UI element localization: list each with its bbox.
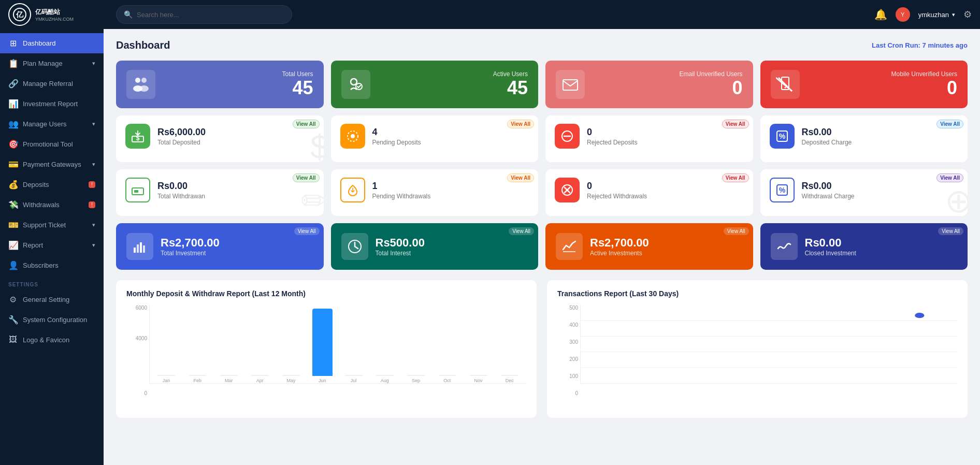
- big-cards-row: View All Rs2,700.00 Total Investment Vie…: [116, 223, 968, 270]
- total-interest-card: View All Rs500.00 Total Interest: [331, 223, 539, 270]
- bar-jun-label: Jun: [319, 378, 326, 383]
- sidebar-item-investment-report[interactable]: 📊 Investment Report: [0, 94, 104, 114]
- pending-deposits-viewall[interactable]: View All: [507, 120, 534, 128]
- mobile-unverified-icon: [771, 70, 800, 99]
- sidebar-label-deposits: Deposits: [23, 181, 49, 188]
- sidebar: ⊞ Dashboard 📋 Plan Manage ▾ 🔗 Manage Ref…: [0, 29, 104, 465]
- rejected-deposits-viewall[interactable]: View All: [722, 120, 749, 128]
- bar-sep-bar: [407, 375, 425, 376]
- deposits-badge: !: [89, 181, 95, 188]
- sidebar-label-plan-manage: Plan Manage: [23, 60, 63, 67]
- pending-deposits-desc: Pending Deposits: [372, 139, 421, 146]
- sidebar-item-withdrawals[interactable]: 💸 Withdrawals !: [0, 195, 104, 215]
- bar-sep: Sep: [401, 307, 430, 383]
- total-interest-icon: [341, 233, 368, 260]
- deposited-charge-viewall[interactable]: View All: [936, 120, 963, 128]
- sidebar-item-dashboard[interactable]: ⊞ Dashboard: [0, 33, 104, 53]
- sidebar-item-subscribers[interactable]: 👤 Subscribers: [0, 255, 104, 275]
- sidebar-item-manage-referral[interactable]: 🔗 Manage Referral: [0, 74, 104, 94]
- bar-sep-label: Sep: [412, 378, 420, 383]
- total-deposited-viewall[interactable]: View All: [293, 120, 320, 128]
- withdrawal-charge-viewall[interactable]: View All: [936, 173, 963, 182]
- deposited-charge-body: % Rs0.00 Deposited Charge: [770, 124, 959, 149]
- pending-withdrawals-viewall[interactable]: View All: [507, 173, 534, 182]
- closed-investment-info: Rs0.00 Closed Investment: [805, 236, 958, 257]
- rejected-withdrawals-amount: 0: [587, 181, 647, 192]
- bar-apr-label: Apr: [256, 378, 264, 383]
- withdrawal-charge-card: View All % Rs0.00 Withdrawal Charge ⊕: [760, 169, 968, 216]
- deposited-charge-amount: Rs0.00: [802, 127, 852, 138]
- y-label-6000: 6000: [126, 305, 147, 311]
- svg-point-2: [135, 78, 140, 83]
- notification-bell[interactable]: 🔔: [874, 8, 887, 21]
- sidebar-item-general-setting[interactable]: ⚙ General Setting: [0, 289, 104, 310]
- active-users-label: Active Users: [379, 70, 528, 78]
- email-unverified-info: Email Unverified Users 0: [593, 70, 743, 98]
- pending-deposits-amount: 4: [372, 127, 421, 138]
- line-chart-card: Transactions Report (Last 30 Days) 500 4…: [547, 280, 968, 418]
- line-y-100: 100: [557, 373, 578, 379]
- subscribers-icon: 👤: [8, 260, 18, 270]
- sidebar-item-logo-favicon[interactable]: 🖼 Logo & Favicon: [0, 330, 104, 350]
- bar-aug-label: Aug: [381, 378, 389, 383]
- dashboard-header: Dashboard Last Cron Run: 7 minutes ago: [116, 39, 968, 51]
- user-menu[interactable]: ymkuzhan ▾: [918, 11, 955, 19]
- withdrawals-icon: 💸: [8, 200, 18, 210]
- referral-icon: 🔗: [8, 79, 18, 89]
- bar-feb: Feb: [183, 307, 212, 383]
- rejected-deposits-amount: 0: [587, 127, 637, 138]
- sidebar-item-support-ticket[interactable]: 🎫 Support Ticket ▾: [0, 215, 104, 235]
- sidebar-label-promotional-tool: Promotional Tool: [23, 140, 73, 148]
- total-investment-viewall[interactable]: View All: [294, 227, 320, 235]
- bg-icon3: ⊕: [945, 182, 968, 216]
- pending-deposits-body: 4 Pending Deposits: [340, 124, 529, 149]
- total-investment-info: Rs2,700.00 Total Investment: [161, 236, 313, 257]
- charts-row: Monthly Deposit & Withdraw Report (Last …: [116, 280, 968, 418]
- sidebar-item-manage-users[interactable]: 👥 Manage Users ▾: [0, 114, 104, 134]
- total-deposited-body: $ Rs6,000.00 Total Deposited: [125, 124, 314, 149]
- pending-withdrawals-desc: Pending Withdrawals: [372, 193, 431, 200]
- closed-investment-amount: Rs0.00: [805, 236, 958, 250]
- svg-point-12: [784, 87, 786, 89]
- svg-rect-31: [143, 245, 145, 253]
- line-chart-title: Transactions Report (Last 30 Days): [557, 289, 957, 298]
- total-withdrawan-viewall[interactable]: View All: [293, 173, 320, 182]
- arrow-icon-report: ▾: [92, 242, 95, 249]
- sidebar-item-system-configuration[interactable]: 🔧 System Configuration: [0, 310, 104, 330]
- search-bar[interactable]: 🔍: [116, 5, 292, 24]
- total-deposited-desc: Total Deposited: [157, 139, 206, 146]
- svg-text:亿: 亿: [16, 10, 24, 19]
- search-icon: 🔍: [124, 10, 133, 19]
- rejected-withdrawals-icon: [555, 178, 580, 202]
- main-content: Dashboard Last Cron Run: 7 minutes ago: [104, 29, 980, 465]
- bar-jan: Jan: [152, 307, 181, 383]
- bar-chart-area: 6000 4000 0 Jan: [126, 305, 526, 409]
- rejected-withdrawals-text: 0 Rejected Withdrawals: [587, 181, 647, 200]
- sidebar-item-promotional-tool[interactable]: 🎯 Promotional Tool: [0, 134, 104, 154]
- sidebar-item-deposits[interactable]: 💰 Deposits !: [0, 175, 104, 195]
- plan-manage-icon: 📋: [8, 59, 18, 68]
- total-interest-desc: Total Interest: [376, 250, 528, 257]
- cron-info: Last Cron Run: 7 minutes ago: [872, 41, 968, 49]
- bar-jul: Jul: [339, 307, 368, 383]
- active-investments-card: View All Rs2,700.00 Active Investments: [545, 223, 753, 270]
- sidebar-item-report[interactable]: 📈 Report ▾: [0, 235, 104, 255]
- logo-favicon-icon: 🖼: [8, 335, 18, 344]
- settings-icon[interactable]: ⚙: [963, 9, 972, 20]
- rejected-withdrawals-viewall[interactable]: View All: [722, 173, 749, 182]
- sidebar-item-plan-manage[interactable]: 📋 Plan Manage ▾: [0, 53, 104, 74]
- total-interest-viewall[interactable]: View All: [509, 227, 534, 235]
- sidebar-item-payment-gateways[interactable]: 💳 Payment Gateways ▾: [0, 154, 104, 175]
- sidebar-label-general-setting: General Setting: [23, 296, 69, 303]
- closed-investment-viewall[interactable]: View All: [938, 227, 963, 235]
- total-deposited-card: View All $ Rs6,000.00 Total Deposited: [116, 115, 324, 162]
- bar-may-bar: [282, 375, 300, 376]
- bar-jun: Jun: [308, 307, 337, 383]
- search-input[interactable]: [137, 11, 284, 19]
- sidebar-label-system-configuration: System Configuration: [23, 316, 87, 324]
- svg-point-3: [141, 78, 147, 83]
- email-unverified-card: Email Unverified Users 0: [545, 61, 753, 108]
- active-investments-viewall[interactable]: View All: [724, 227, 749, 235]
- deposited-charge-icon: %: [770, 124, 795, 149]
- pending-deposits-icon: [340, 124, 365, 149]
